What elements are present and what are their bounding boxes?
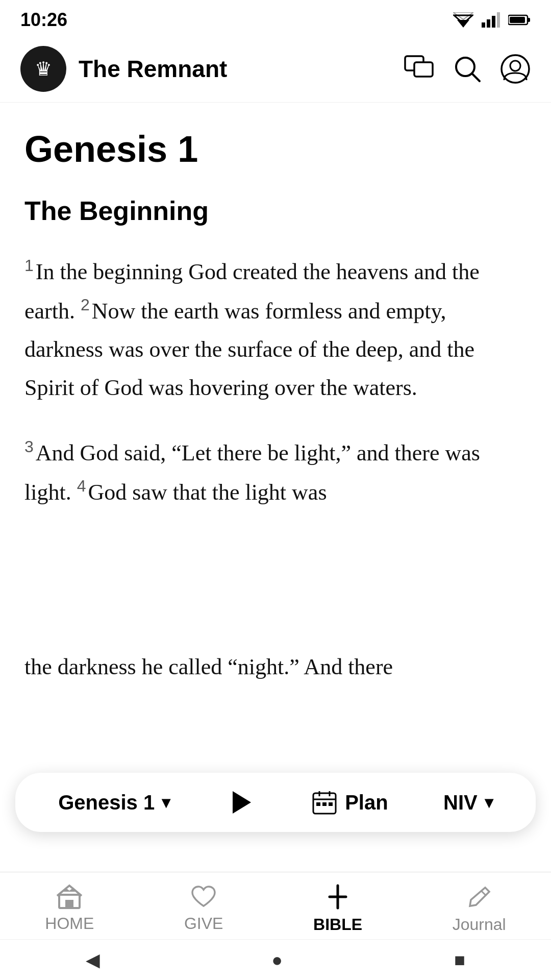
- status-bar: 10:26: [0, 0, 551, 36]
- battery-icon: [508, 14, 531, 26]
- crown-icon: ♛: [35, 58, 52, 80]
- nav-item-give[interactable]: GIVE: [184, 884, 223, 933]
- chapter-label: Genesis 1: [58, 791, 155, 814]
- svg-rect-4: [487, 19, 490, 28]
- svg-rect-21: [316, 802, 320, 806]
- bible-icon: [327, 883, 349, 911]
- verse-3-num: 3: [24, 437, 34, 456]
- chapter-title: Genesis 1: [24, 128, 527, 170]
- nav-label-bible: BIBLE: [313, 915, 362, 934]
- journal-icon: [465, 883, 493, 911]
- status-icons: [453, 12, 531, 28]
- svg-line-28: [481, 891, 486, 896]
- verse-2-text: Now the earth was formless and empty, da…: [24, 299, 474, 400]
- give-icon: [189, 884, 218, 910]
- android-home-button[interactable]: ●: [271, 949, 283, 971]
- verse-1-2-block: 1In the beginning God created the heaven…: [24, 252, 527, 407]
- android-back-button[interactable]: ◀: [86, 949, 100, 971]
- svg-rect-9: [510, 17, 525, 23]
- chapter-selector[interactable]: Genesis 1 ▾: [58, 791, 170, 814]
- translation-chevron-icon: ▾: [485, 793, 493, 812]
- nav-label-give: GIVE: [184, 914, 223, 933]
- wifi-icon: [453, 12, 473, 28]
- android-nav-bar: ◀ ● ■: [0, 939, 551, 980]
- bible-content: Genesis 1 The Beginning 1In the beginnin…: [0, 103, 551, 537]
- svg-rect-22: [322, 802, 327, 806]
- nav-item-home[interactable]: HOME: [45, 884, 94, 933]
- app-logo[interactable]: ♛: [20, 46, 66, 92]
- signal-icon: [482, 12, 500, 28]
- home-icon: [55, 884, 84, 910]
- plan-button[interactable]: Plan: [311, 789, 388, 816]
- svg-rect-23: [329, 802, 333, 806]
- translation-selector[interactable]: NIV ▾: [443, 791, 493, 814]
- svg-rect-3: [482, 22, 485, 28]
- chat-icon[interactable]: [404, 55, 435, 83]
- header-actions: [404, 54, 531, 84]
- svg-rect-5: [492, 16, 495, 28]
- svg-marker-16: [233, 791, 251, 814]
- verse-2-num: 2: [81, 296, 90, 314]
- play-icon: [228, 789, 254, 816]
- bible-toolbar: Genesis 1 ▾ Plan NIV ▾: [15, 773, 536, 832]
- profile-icon[interactable]: [500, 54, 531, 84]
- nav-label-home: HOME: [45, 914, 94, 933]
- svg-point-15: [510, 61, 520, 71]
- verse-4-text: God saw that the light was: [88, 480, 327, 505]
- svg-rect-6: [497, 12, 500, 28]
- nav-label-journal: Journal: [453, 915, 506, 934]
- android-recents-button[interactable]: ■: [454, 949, 465, 971]
- section-heading: The Beginning: [24, 195, 527, 226]
- calendar-icon: [311, 789, 338, 816]
- status-time: 10:26: [20, 9, 67, 31]
- header-left: ♛ The Remnant: [20, 46, 227, 92]
- translation-label: NIV: [443, 791, 478, 814]
- svg-point-14: [502, 55, 529, 83]
- svg-rect-25: [65, 900, 73, 908]
- chapter-chevron-icon: ▾: [162, 793, 170, 812]
- svg-rect-8: [528, 18, 530, 22]
- bottom-navigation: HOME GIVE BIBLE Journal: [0, 872, 551, 939]
- verse-below-text: the darkness he called “night.” And ther…: [24, 654, 393, 679]
- svg-line-13: [472, 74, 480, 81]
- nav-item-journal[interactable]: Journal: [453, 883, 506, 934]
- search-icon[interactable]: [453, 55, 482, 83]
- svg-rect-11: [414, 62, 433, 77]
- plan-label: Plan: [345, 791, 388, 814]
- verse-4-num: 4: [77, 477, 86, 495]
- nav-item-bible[interactable]: BIBLE: [313, 883, 362, 934]
- app-title: The Remnant: [79, 55, 227, 83]
- verse-1-num: 1: [24, 256, 34, 275]
- verse-3-4-block: 3And God said, “Let there be light,” and…: [24, 433, 527, 512]
- play-button[interactable]: [226, 787, 256, 818]
- app-header: ♛ The Remnant: [0, 36, 551, 103]
